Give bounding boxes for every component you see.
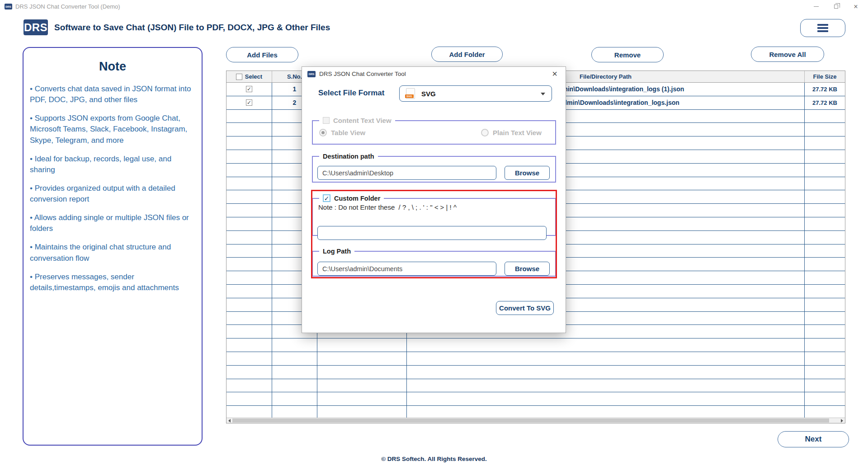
hamburger-icon — [817, 24, 828, 26]
destination-path-input[interactable] — [317, 166, 496, 180]
convert-button[interactable]: Convert To SVG — [496, 301, 554, 315]
next-button[interactable]: Next — [778, 431, 849, 447]
radio-selected-icon — [319, 129, 327, 136]
row-select-cell[interactable] — [226, 392, 272, 406]
row-select-cell[interactable] — [226, 190, 272, 204]
table-row[interactable] — [226, 392, 845, 406]
add-folder-button[interactable]: Add Folder — [431, 47, 503, 62]
file-format-dropdown[interactable]: SVG — [399, 85, 552, 102]
svg-file-icon — [406, 88, 415, 99]
row-size — [805, 244, 845, 258]
minimize-icon — [814, 6, 819, 7]
row-hidden-cell — [317, 379, 407, 393]
row-sno — [272, 406, 317, 418]
horizontal-scrollbar[interactable] — [226, 418, 845, 423]
table-view-radio[interactable]: Table View — [319, 129, 365, 136]
row-select-cell[interactable] — [226, 150, 272, 164]
row-path — [407, 406, 805, 418]
select-file-format-label: Select File Format — [318, 89, 384, 98]
row-size — [805, 366, 845, 379]
row-select-cell[interactable] — [226, 325, 272, 338]
row-sno — [272, 338, 317, 352]
remove-button[interactable]: Remove — [591, 47, 664, 62]
row-select-cell[interactable] — [226, 406, 272, 418]
scroll-right-arrow-icon[interactable] — [839, 418, 845, 423]
page-title: Software to Save Chat (JSON) File to PDF… — [54, 23, 330, 33]
row-select-cell[interactable] — [226, 258, 272, 271]
dialog-titlebar: DRS DRS JSON Chat Converter Tool × — [302, 67, 566, 81]
row-select-cell[interactable] — [226, 379, 272, 393]
row-size — [805, 325, 845, 338]
row-select-cell[interactable] — [226, 312, 272, 325]
row-select-cell[interactable] — [226, 204, 272, 217]
note-list: • Converts chat data saved in JSON forma… — [30, 84, 195, 293]
restore-button[interactable] — [826, 0, 845, 13]
row-size — [805, 110, 845, 123]
log-path-input[interactable] — [317, 262, 496, 276]
row-select-cell[interactable]: ✓ — [226, 83, 272, 96]
row-size — [805, 406, 845, 418]
close-window-button[interactable]: × — [846, 0, 865, 13]
note-item: • Ideal for backup, records, legal use, … — [30, 154, 195, 175]
row-select-cell[interactable] — [226, 285, 272, 298]
row-size — [805, 379, 845, 393]
minimize-button[interactable] — [807, 0, 826, 13]
row-select-cell[interactable] — [226, 217, 272, 231]
select-all-checkbox[interactable] — [236, 74, 242, 80]
row-size — [805, 177, 845, 191]
custom-folder-input[interactable] — [317, 226, 547, 240]
plain-text-view-radio[interactable]: Plain Text View — [481, 129, 542, 136]
table-row[interactable] — [226, 406, 845, 418]
row-select-cell[interactable] — [226, 177, 272, 191]
destination-browse-button[interactable]: Browse — [505, 166, 550, 180]
row-size — [805, 123, 845, 136]
row-checkbox: ✓ — [246, 86, 252, 92]
row-size — [805, 231, 845, 244]
row-size — [805, 271, 845, 285]
add-files-button[interactable]: Add Files — [226, 47, 298, 62]
log-path-browse-button[interactable]: Browse — [505, 262, 550, 276]
row-select-cell[interactable] — [226, 366, 272, 379]
row-hidden-cell — [317, 338, 407, 352]
row-select-cell[interactable] — [226, 298, 272, 312]
table-row[interactable] — [226, 338, 845, 352]
row-select-cell[interactable] — [226, 352, 272, 366]
custom-folder-checkbox[interactable]: ✓ — [323, 194, 330, 202]
row-size — [805, 298, 845, 312]
table-row[interactable] — [226, 379, 845, 393]
dialog-close-button[interactable]: × — [549, 69, 560, 79]
row-hidden-cell — [317, 392, 407, 406]
scrollbar-thumb[interactable] — [232, 418, 829, 423]
row-select-cell[interactable] — [226, 338, 272, 352]
remove-all-button[interactable]: Remove All — [751, 47, 824, 62]
row-select-cell[interactable] — [226, 271, 272, 285]
dialog-app-icon: DRS — [307, 71, 316, 77]
row-select-cell[interactable] — [226, 244, 272, 258]
table-row[interactable] — [226, 366, 845, 379]
chevron-down-icon — [541, 93, 545, 95]
content-text-view-checkbox[interactable] — [323, 117, 330, 124]
row-select-cell[interactable] — [226, 136, 272, 150]
content-text-view-label: Content Text View — [333, 117, 392, 124]
row-path — [407, 352, 805, 366]
row-select-cell[interactable] — [226, 231, 272, 244]
file-format-value: SVG — [421, 90, 436, 98]
row-select-cell[interactable] — [226, 110, 272, 123]
note-item: • Maintains the original chat structure … — [30, 242, 195, 263]
hamburger-menu-button[interactable] — [800, 19, 845, 37]
row-hidden-cell — [317, 352, 407, 366]
row-hidden-cell — [317, 366, 407, 379]
window-titlebar: DRS DRS JSON Chat Converter Tool (Demo) … — [0, 0, 868, 14]
check-icon: ✓ — [324, 195, 330, 202]
table-row[interactable] — [226, 352, 845, 366]
row-select-cell[interactable] — [226, 123, 272, 136]
window-title: DRS JSON Chat Converter Tool (Demo) — [15, 3, 120, 10]
row-select-cell[interactable] — [226, 164, 272, 177]
note-title: Note — [30, 60, 195, 74]
row-size — [805, 136, 845, 150]
row-path — [407, 392, 805, 406]
scroll-left-arrow-icon[interactable] — [226, 418, 232, 423]
row-select-cell[interactable]: ✓ — [226, 96, 272, 110]
dialog-title: DRS JSON Chat Converter Tool — [319, 70, 406, 77]
note-item: • Converts chat data saved in JSON forma… — [30, 84, 195, 105]
